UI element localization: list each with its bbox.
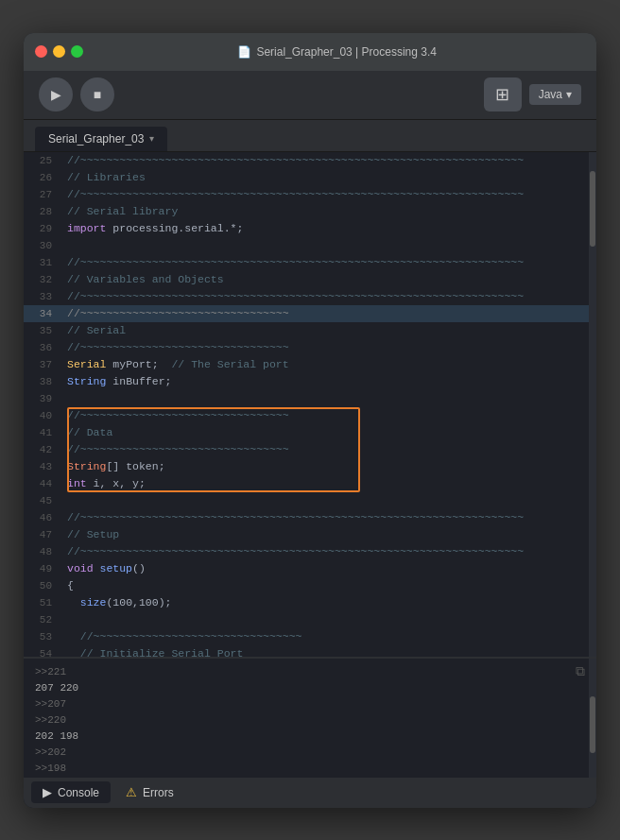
errors-tab-icon: ⚠ [126, 785, 137, 799]
console-line: 207 220 [35, 680, 585, 696]
maximize-button[interactable] [71, 45, 83, 58]
console-line: >>221 [35, 664, 585, 680]
table-row: 27 //~~~~~~~~~~~~~~~~~~~~~~~~~~~~~~~~~~~… [24, 186, 596, 203]
table-row: 35 // Serial [24, 322, 596, 339]
console-scrollbar-thumb [590, 696, 595, 753]
toolbar-right: ⊞ Java ▾ [484, 77, 581, 111]
table-row: 40 //~~~~~~~~~~~~~~~~~~~~~~~~~~~~~~~~ [24, 407, 596, 424]
chevron-down-icon: ▾ [566, 88, 572, 101]
title-text: Serial_Grapher_03 | Processing 3.4 [256, 45, 437, 59]
editor-area: 25 //~~~~~~~~~~~~~~~~~~~~~~~~~~~~~~~~~~~… [24, 152, 596, 657]
table-row: 34 //~~~~~~~~~~~~~~~~~~~~~~~~~~~~~~~~ [24, 305, 596, 322]
table-row: 41 // Data [24, 424, 596, 441]
copy-icon: ⧉ [576, 664, 585, 680]
table-row: 52 [24, 611, 596, 628]
table-row: 54 // Initialize Serial Port [24, 645, 596, 657]
table-row: 25 //~~~~~~~~~~~~~~~~~~~~~~~~~~~~~~~~~~~… [24, 152, 596, 169]
main-window: 📄 Serial_Grapher_03 | Processing 3.4 ▶ ■… [24, 33, 596, 808]
table-row: 33 //~~~~~~~~~~~~~~~~~~~~~~~~~~~~~~~~~~~… [24, 288, 596, 305]
bottom-tab-bar: ▶ Console ⚠ Errors [24, 778, 596, 808]
table-row: 44 int i, x, y; [24, 475, 596, 492]
java-label: Java [539, 88, 562, 101]
table-row: 36 //~~~~~~~~~~~~~~~~~~~~~~~~~~~~~~~~ [24, 339, 596, 356]
titlebar: 📄 Serial_Grapher_03 | Processing 3.4 [24, 33, 596, 71]
tab-serial-grapher[interactable]: Serial_Grapher_03 ▾ [35, 127, 167, 151]
table-row: 48 //~~~~~~~~~~~~~~~~~~~~~~~~~~~~~~~~~~~… [24, 543, 596, 560]
console-tab-icon: ▶ [43, 785, 52, 799]
console-line: 202 198 [35, 729, 585, 745]
console-scrollbar[interactable] [589, 659, 596, 778]
errors-tab-label: Errors [143, 786, 174, 799]
java-dropdown[interactable]: Java ▾ [529, 84, 581, 105]
toolbar: ▶ ■ ⊞ Java ▾ [24, 71, 596, 120]
console-tab-label: Console [58, 786, 99, 799]
table-row: 43 String[] token; [24, 458, 596, 475]
console-line: >>198 [35, 761, 585, 777]
table-row: 39 [24, 390, 596, 407]
editor-scrollbar[interactable] [589, 152, 596, 657]
tab-console[interactable]: ▶ Console [31, 781, 111, 803]
tab-dropdown-button[interactable]: ▾ [149, 133, 154, 144]
stop-icon: ■ [94, 87, 101, 102]
table-row: 26 // Libraries [24, 169, 596, 186]
table-row: 32 // Variables and Objects [24, 271, 596, 288]
table-row: 28 // Serial library [24, 203, 596, 220]
bottom-panel: ⧉ >>221 207 220 >>207 >>220 202 198 >>20… [24, 657, 596, 808]
stop-button[interactable]: ■ [80, 77, 114, 111]
tab-label: Serial_Grapher_03 [48, 132, 144, 146]
table-row: 53 //~~~~~~~~~~~~~~~~~~~~~~~~~~~~~~~~ [24, 628, 596, 645]
table-row: 30 [24, 237, 596, 254]
traffic-lights [35, 45, 83, 58]
code-container[interactable]: 25 //~~~~~~~~~~~~~~~~~~~~~~~~~~~~~~~~~~~… [24, 152, 596, 657]
table-row: 50 { [24, 577, 596, 594]
table-row: 37 Serial myPort; // The Serial port [24, 356, 596, 373]
editor-scroll: 25 //~~~~~~~~~~~~~~~~~~~~~~~~~~~~~~~~~~~… [24, 152, 596, 657]
console-line: >>202 [35, 745, 585, 761]
scrollbar-thumb [590, 171, 595, 247]
table-row: 51 size(100,100); [24, 594, 596, 611]
tab-bar: Serial_Grapher_03 ▾ [24, 120, 596, 152]
code-lines: 25 //~~~~~~~~~~~~~~~~~~~~~~~~~~~~~~~~~~~… [24, 152, 596, 657]
mode-button[interactable]: ⊞ [484, 77, 522, 111]
run-button[interactable]: ▶ [39, 77, 73, 111]
console-line: >>207 [35, 696, 585, 712]
table-row: 47 // Setup [24, 526, 596, 543]
close-button[interactable] [35, 45, 47, 58]
table-row: 42 //~~~~~~~~~~~~~~~~~~~~~~~~~~~~~~~~ [24, 441, 596, 458]
run-icon: ▶ [51, 87, 61, 102]
mode-icon: ⊞ [495, 84, 509, 105]
table-row: 31 //~~~~~~~~~~~~~~~~~~~~~~~~~~~~~~~~~~~… [24, 254, 596, 271]
table-row: 46 //~~~~~~~~~~~~~~~~~~~~~~~~~~~~~~~~~~~… [24, 509, 596, 526]
tab-errors[interactable]: ⚠ Errors [114, 781, 185, 803]
window-title: 📄 Serial_Grapher_03 | Processing 3.4 [91, 45, 585, 59]
table-row: 49 void setup() [24, 560, 596, 577]
console-line: >>220 [35, 712, 585, 729]
table-row: 45 [24, 492, 596, 509]
table-row: 29 import processing.serial.*; [24, 220, 596, 237]
minimize-button[interactable] [53, 45, 65, 58]
file-icon: 📄 [237, 45, 251, 59]
console-output: ⧉ >>221 207 220 >>207 >>220 202 198 >>20… [24, 659, 596, 778]
table-row: 38 String inBuffer; [24, 373, 596, 390]
